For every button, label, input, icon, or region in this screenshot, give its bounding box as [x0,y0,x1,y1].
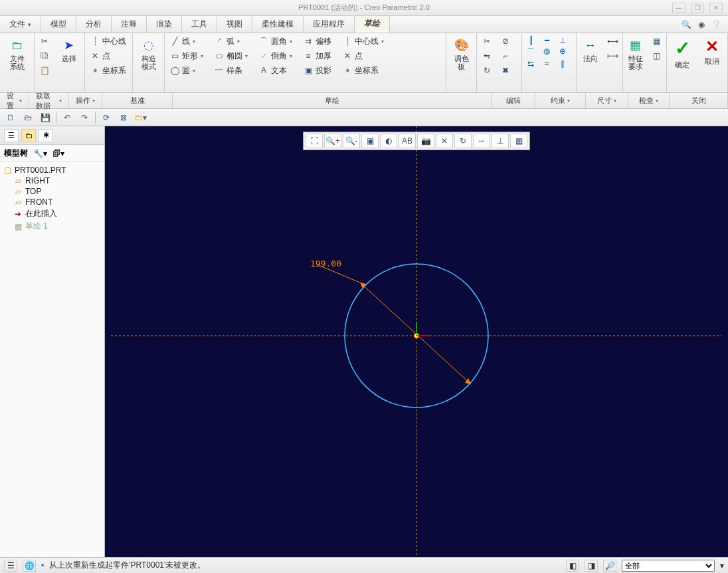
qat-folder-button[interactable]: 🗀▾ [134,111,147,124]
qat-new-button[interactable]: 🗋 [4,111,17,124]
zoom-out-button[interactable]: 🔍- [343,134,360,148]
dimension-value[interactable]: 199.00 [310,259,341,269]
copy-button[interactable]: ⿻ [37,49,52,62]
fillet-button[interactable]: ⌒圆角 [256,35,294,48]
menu-flex[interactable]: 柔性建模 [252,16,304,33]
menu-annotate[interactable]: 注释 [112,16,147,33]
normal-dim-button[interactable]: ↔ 法向 [579,35,601,62]
globe-icon[interactable]: ◉ [698,20,705,29]
project-button[interactable]: ▣投影 [301,64,333,77]
menu-tools[interactable]: 工具 [182,16,217,33]
menu-view[interactable]: 视图 [217,16,252,33]
search-icon[interactable]: 🔍 [682,20,691,29]
dim1-button[interactable]: ⟷ [605,35,620,48]
menu-analysis[interactable]: 分析 [76,16,112,33]
edit1-button[interactable]: ✂ [480,35,494,48]
tree-insert[interactable]: ➔在此插入 [13,207,102,220]
selection-filter[interactable]: 全部 [622,560,715,572]
point2-button[interactable]: ✕点 [340,49,386,62]
edit5-button[interactable]: ⌐ [498,49,513,62]
edit3-button[interactable]: ↻ [480,64,494,77]
constr-perp-icon[interactable]: ⊥ [557,36,569,45]
disp-grid-button[interactable]: ▦ [510,134,527,148]
menu-model[interactable]: 模型 [41,16,76,33]
dim2-button[interactable]: ⟼ [605,49,620,62]
filter-dropdown-icon[interactable]: ▾ [720,561,724,570]
tree-tab-1[interactable]: ☰ [4,129,19,142]
group-ops[interactable]: 操作 [69,93,102,108]
annot-button[interactable]: AB [399,134,416,148]
status-toggle2[interactable]: ◨ [585,560,598,572]
saved-view-button[interactable]: 📷 [417,134,434,148]
datum-disp-button[interactable]: ✕ [436,134,453,148]
ok-button[interactable]: ✓ 确定 [670,35,695,68]
qat-close-button[interactable]: ⊠ [117,111,130,124]
tree-tab-3[interactable]: ✱ [39,129,53,142]
tree-tools-icon[interactable]: 🔧▾ [33,149,47,158]
group-setup[interactable]: 设置 [0,93,29,108]
paste-button[interactable]: 📋 [37,64,52,77]
zoom-fit-button[interactable]: ⛶ [306,134,323,148]
line-button[interactable]: ╱线 [167,35,205,48]
csys2-button[interactable]: ⌖坐标系 [340,64,386,77]
minimize-button[interactable]: — [672,3,685,13]
constr-vert-icon[interactable]: ┃ [525,36,537,45]
menu-file[interactable]: 文件 [0,16,41,33]
status-browser-button[interactable]: 🌐 [23,560,36,572]
csys-button[interactable]: ⌖坐标系 [88,64,128,77]
constr-para-icon[interactable]: ∥ [557,59,569,68]
group-dim[interactable]: 尺寸 [586,93,628,108]
constr-horiz-icon[interactable]: ━ [541,36,553,45]
thicken-button[interactable]: ≡加厚 [301,49,333,62]
disp-dim-button[interactable]: ↔ [473,134,490,148]
constr-coinc-icon[interactable]: ⊕ [557,47,569,56]
tree-settings-icon[interactable]: 🗐▾ [52,149,64,158]
chamfer-button[interactable]: ⟋倒角 [256,49,294,62]
qat-save-button[interactable]: 💾 [39,111,52,124]
constr-sym-icon[interactable]: ⇆ [525,59,537,68]
circle-button[interactable]: ◯圆 [167,64,205,77]
ellipse-button[interactable]: ⬭椭圆 [212,49,250,62]
centerline-button[interactable]: ┊中心线 [88,35,128,48]
tree-sketch[interactable]: ▦草绘 1 [13,220,102,233]
zoom-in-button[interactable]: 🔍+ [324,134,341,148]
arc-button[interactable]: ◜弧 [212,35,250,48]
check1-button[interactable]: ▦ [649,35,664,48]
group-getdata[interactable]: 获取数据 [29,93,69,108]
status-toggle1[interactable]: ◧ [566,560,579,572]
cancel-button[interactable]: ✕ 取消 [699,35,725,65]
shading-button[interactable]: ◐ [380,134,397,148]
tree-root[interactable]: ▢PRT0001.PRT [3,165,102,175]
qat-regen-button[interactable]: ⟳ [100,111,113,124]
group-constrain[interactable]: 约束 [535,93,586,108]
qat-undo-button[interactable]: ↶ [60,111,74,124]
centerline2-button[interactable]: ┊中心线 [340,35,386,48]
filesys-button[interactable]: 🗀 文件 系统 [3,35,31,70]
help-icon[interactable]: ❔ [711,20,721,29]
maximize-button[interactable]: ❐ [691,3,704,13]
tree-tab-2[interactable]: 🗀 [21,129,36,142]
constr-equal-icon[interactable]: = [541,59,553,68]
qat-open-button[interactable]: 🗁 [21,111,35,124]
edit6-button[interactable]: ✖ [498,64,513,77]
group-check[interactable]: 检查 [628,93,670,108]
repaint-button[interactable]: ▣ [361,134,379,148]
constr-tan-icon[interactable]: ⌒ [525,47,537,58]
palette-button[interactable]: 🎨 调色 板 [449,35,474,70]
offset-button[interactable]: ⇉偏移 [301,35,333,48]
menu-apps[interactable]: 应用程序 [304,16,355,33]
text-button[interactable]: A文本 [256,64,294,77]
rect-button[interactable]: ▭矩形 [167,49,205,62]
constr-mid-icon[interactable]: ◍ [541,47,553,56]
cut-button[interactable]: ✂ [37,35,52,48]
edit4-button[interactable]: ⊘ [498,35,513,48]
check2-button[interactable]: ◫ [649,49,664,62]
point-button[interactable]: ✕点 [88,49,128,62]
tree-right[interactable]: ▱RIGHT [13,175,102,186]
status-tree-button[interactable]: ☰ [4,560,17,572]
status-find-button[interactable]: 🔎 [603,560,616,572]
sketch-canvas[interactable]: ⛶ 🔍+ 🔍- ▣ ◐ AB 📷 ✕ ↻ ↔ ⊥ ▦ 199.00 [105,126,728,557]
menu-sketch[interactable]: 草绘 [355,16,390,33]
qat-redo-button[interactable]: ↷ [78,111,91,124]
edit2-button[interactable]: ⇋ [480,49,494,62]
